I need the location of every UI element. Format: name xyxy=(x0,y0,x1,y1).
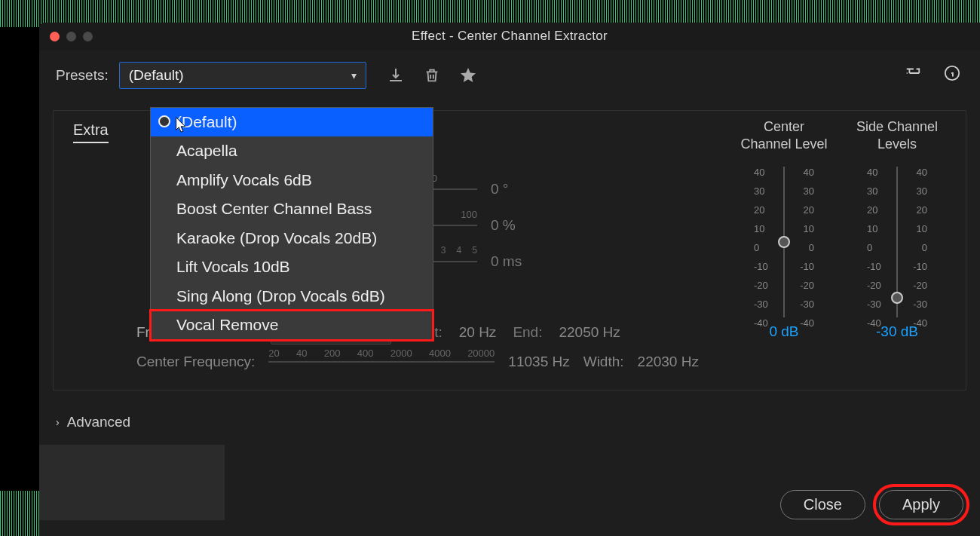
preset-option[interactable]: Vocal Remove xyxy=(151,311,433,339)
side-channel-levels-col: Side Channel Levels 404030302020101000-1… xyxy=(848,118,946,340)
start-value: 20 Hz xyxy=(459,324,497,341)
center-channel-level-col: Center Channel Level 404030302020101000-… xyxy=(735,118,833,340)
chevron-right-icon: › xyxy=(56,416,60,428)
width-label: Width: xyxy=(583,354,624,370)
end-value: 22050 Hz xyxy=(559,324,620,341)
close-button[interactable]: Close xyxy=(780,490,865,519)
info-icon[interactable] xyxy=(941,62,963,84)
preset-select[interactable]: (Default) ▾ xyxy=(119,62,366,89)
apply-button[interactable]: Apply xyxy=(879,490,963,519)
window-controls xyxy=(50,32,93,41)
center-freq-value: 11035 Hz xyxy=(508,354,569,370)
background-panel xyxy=(39,445,225,520)
preset-option[interactable]: Sing Along (Drop Vocals 6dB) xyxy=(151,282,433,311)
slider-knob[interactable] xyxy=(778,236,790,248)
chevron-down-icon: ▾ xyxy=(351,69,357,81)
preset-toolbar: Presets: (Default) ▾ xyxy=(39,50,980,95)
preset-option[interactable]: Acapella xyxy=(151,136,433,165)
slider-knob[interactable] xyxy=(891,292,903,304)
star-icon[interactable] xyxy=(457,64,479,87)
center-level-slider[interactable]: 404030302020101000-10-10-20-20-30-30-40-… xyxy=(754,167,814,317)
effect-dialog: Effect - Center Channel Extractor Preset… xyxy=(39,23,980,536)
preset-option[interactable]: Amplify Vocals 6dB xyxy=(151,166,433,194)
preset-option[interactable]: Lift Vocals 10dB xyxy=(151,253,433,281)
pct-value: 0 % xyxy=(491,217,559,234)
angle-value: 0 ° xyxy=(491,181,559,198)
save-preset-icon[interactable] xyxy=(384,64,407,87)
zoom-window-icon[interactable] xyxy=(83,32,93,41)
titlebar: Effect - Center Channel Extractor xyxy=(39,23,980,50)
preset-select-value: (Default) xyxy=(129,67,184,84)
minimize-window-icon[interactable] xyxy=(66,32,76,41)
center-freq-label: Center Frequency: xyxy=(136,354,255,370)
width-value: 22030 Hz xyxy=(638,354,699,370)
close-window-icon[interactable] xyxy=(50,32,60,41)
preset-option[interactable]: Boost Center Channel Bass xyxy=(151,194,433,223)
routing-icon[interactable] xyxy=(902,62,924,84)
delay-value: 0 ms xyxy=(491,253,559,270)
dialog-title: Effect - Center Channel Extractor xyxy=(39,29,980,44)
end-label: End: xyxy=(513,324,542,341)
preset-dropdown[interactable]: (Default)AcapellaAmplify Vocals 6dBBoost… xyxy=(150,107,433,341)
trash-icon[interactable] xyxy=(421,64,443,87)
tab-extraction[interactable]: Extra xyxy=(73,121,109,143)
center-freq-slider[interactable]: 20402004002000400020000 xyxy=(268,351,495,373)
advanced-toggle[interactable]: › Advanced xyxy=(56,414,130,430)
preset-option[interactable]: (Default) xyxy=(151,108,433,136)
side-level-slider[interactable]: 404030302020101000-10-10-20-20-30-30-40-… xyxy=(867,167,927,317)
preset-option[interactable]: Karaoke (Drop Vocals 20dB) xyxy=(151,224,433,253)
presets-label: Presets: xyxy=(56,67,109,84)
